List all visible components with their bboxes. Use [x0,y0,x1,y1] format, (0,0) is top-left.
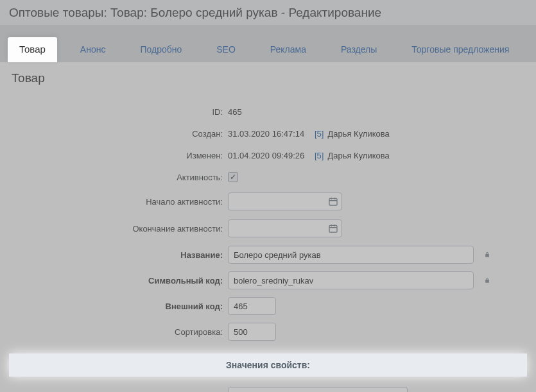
modified-author-id-link[interactable]: [5] [315,151,324,160]
value-id: 465 [228,107,242,117]
created-author-name: Дарья Куликова [327,129,389,139]
row-id: ID: 465 [0,101,536,123]
label-sort: Сортировка: [0,327,228,337]
label-modified: Изменен: [0,151,228,160]
tab-product[interactable]: Товар [8,37,57,62]
code-input[interactable] [228,271,474,289]
tab-detail[interactable]: Подробно [128,38,193,62]
created-author-id-link[interactable]: [5] [315,129,324,139]
row-code: Символьный код: [0,268,536,293]
active-from-input[interactable] [228,192,342,210]
section-header-properties: Значения свойств: [9,354,527,377]
tabs-bar: Товар Анонс Подробно SEO Реклама Разделы… [0,25,536,62]
row-external: Внешний код: [0,293,536,319]
active-to-input[interactable] [228,219,342,237]
row-active-from: Начало активности: [0,188,536,215]
tab-announce[interactable]: Анонс [69,38,117,62]
label-external: Внешний код: [0,302,228,311]
modified-date: 01.04.2020 09:49:26 [228,151,304,160]
label-active-to: Окончание активности: [0,224,228,234]
tab-seo[interactable]: SEO [205,38,247,62]
page-title: Оптовые товары: Товар: Болеро средний ру… [0,0,536,25]
tab-sections[interactable]: Разделы [329,38,388,62]
panel: Товар ID: 465 Создан: 31.03.2020 16:47:1… [0,62,536,392]
label-id: ID: [0,107,228,117]
product-form: ID: 465 Создан: 31.03.2020 16:47:14 [5] … [0,101,536,392]
row-activity: Активность: ✓ [0,166,536,188]
label-created: Создан: [0,129,228,139]
tab-ads[interactable]: Реклама [259,38,318,62]
panel-heading: Товар [0,71,536,90]
label-active-from: Начало активности: [0,197,228,207]
browser-title-input[interactable] [228,387,408,392]
row-active-to: Окончание активности: [0,215,536,242]
lock-icon[interactable] [481,250,493,259]
row-browser-title: Заголовок окна браузера: [0,383,536,392]
created-date: 31.03.2020 16:47:14 [228,129,304,139]
external-input[interactable] [228,297,276,315]
tab-offers[interactable]: Торговые предложения [400,38,521,62]
activity-checkbox[interactable]: ✓ [228,172,238,182]
row-created: Создан: 31.03.2020 16:47:14 [5] Дарья Ку… [0,123,536,144]
modified-author-name: Дарья Куликова [327,151,389,160]
lock-icon[interactable] [481,276,493,285]
label-name: Название: [0,250,228,260]
row-sort: Сортировка: [0,319,536,345]
row-name: Название: [0,242,536,268]
label-code: Символьный код: [0,276,228,285]
label-activity: Активность: [0,173,228,182]
sort-input[interactable] [228,323,276,341]
name-input[interactable] [228,246,474,264]
row-modified: Изменен: 01.04.2020 09:49:26 [5] Дарья К… [0,144,536,166]
